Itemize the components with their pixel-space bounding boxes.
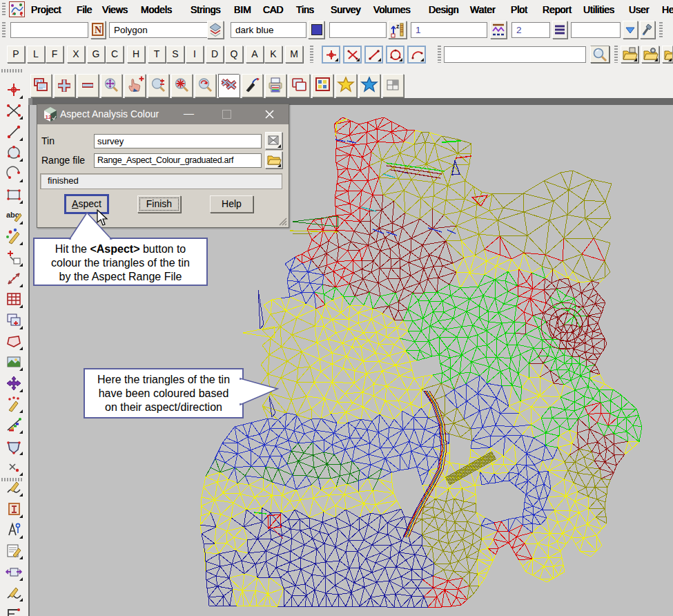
svg-text:12: 12 <box>46 114 52 120</box>
svg-text:N: N <box>95 25 101 35</box>
svg-text:z: z <box>396 23 400 30</box>
